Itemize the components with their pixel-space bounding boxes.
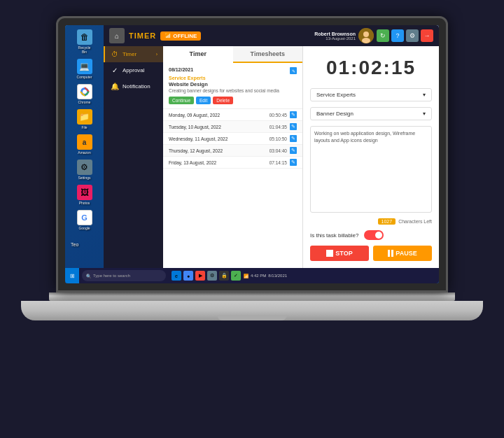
- stop-button[interactable]: STOP: [310, 246, 369, 261]
- taskbar-icon-app1[interactable]: ▶: [195, 271, 205, 281]
- desktop-icon-photos[interactable]: 🖼 Photos: [68, 183, 102, 206]
- offline-status-badge: 📶 OFFLINE: [160, 31, 201, 41]
- taskbar-tray: 📶 4:42 PM 8/13/2021: [244, 274, 290, 278]
- svg-point-1: [83, 90, 87, 94]
- chars-left-row: 1027 Characters Left: [310, 218, 432, 225]
- timer-display: 01:02:15: [310, 53, 432, 83]
- tray-date: 8/13/2021: [268, 274, 287, 278]
- app-header: ⌂ TIMER 📶 OFFLINE Robert Brownson 13-Aug…: [104, 25, 439, 46]
- tab-timesheets[interactable]: Timesheets: [233, 46, 303, 62]
- user-avatar: [358, 28, 374, 43]
- desktop-icon-amazon[interactable]: a Amazon: [68, 133, 102, 156]
- stop-label: STOP: [335, 250, 352, 257]
- logout-button[interactable]: →: [421, 29, 433, 42]
- row-edit-icon-0[interactable]: ✎: [290, 111, 297, 118]
- taskbar-icon-app3[interactable]: 🔒: [219, 271, 229, 281]
- nav-timer-label: Timer: [122, 51, 136, 57]
- laptop-container: 🗑 RecycleBin 💻 Computer: [14, 16, 490, 422]
- wifi-off-icon: 📶: [164, 33, 172, 39]
- timer-entry-client: Service Experts: [169, 76, 297, 80]
- toggle-knob: [375, 232, 382, 239]
- timer-entry-card: 08/12/2021 ✎ Service Experts Website Des…: [163, 63, 302, 109]
- tray-time: 4:42 PM: [251, 274, 266, 278]
- start-button[interactable]: ⊞: [65, 268, 79, 283]
- tray-network: 📶: [244, 274, 248, 278]
- chars-count-badge: 1027: [378, 218, 396, 225]
- notification-icon: 🔔: [111, 83, 119, 90]
- timer-icon: ⏱: [111, 50, 119, 58]
- desktop-icon-recycle[interactable]: 🗑 RecycleBin: [68, 28, 102, 55]
- taskbar-icon-app2[interactable]: ⚙: [207, 271, 217, 281]
- continue-button[interactable]: Continue: [169, 97, 194, 104]
- left-nav: ⏱ Timer › ✓ Approval 🔔 Notification: [104, 46, 163, 268]
- row-edit-icon-1[interactable]: ✎: [290, 123, 297, 130]
- teo-label: Teo: [71, 242, 78, 247]
- tabs: Timer Timesheets: [163, 46, 302, 63]
- refresh-button[interactable]: ↻: [377, 29, 389, 42]
- pause-button[interactable]: PAUSE: [373, 246, 432, 261]
- row-edit-icon-3[interactable]: ✎: [290, 147, 297, 154]
- svg-point-4: [362, 38, 370, 43]
- billable-label: Is this task billable?: [310, 232, 358, 239]
- desktop-icon-file[interactable]: 📁 File: [68, 108, 102, 131]
- table-row: Thursday, 12 August, 2022 03:04:40 ✎: [163, 145, 302, 157]
- delete-button[interactable]: Delete: [213, 97, 233, 104]
- task-dropdown-label: Banner Design: [316, 111, 354, 117]
- row-edit-icon-2[interactable]: ✎: [290, 135, 297, 142]
- timer-entry-actions: Continue Edit Delete: [169, 97, 297, 104]
- timer-detail-panel: 01:02:15 Service Experts ▾ Banner Design…: [303, 46, 439, 268]
- desktop-icon-google[interactable]: G Google: [68, 209, 102, 232]
- desktop-icon-chrome[interactable]: Chrome: [68, 83, 102, 106]
- client-dropdown-label: Service Experts: [316, 92, 356, 98]
- time-entries-list: Monday, 09 August, 2022 00:50:45 ✎ Tuesd…: [163, 109, 302, 268]
- header-right: Robert Brownson 13-August-2021: [314, 28, 433, 43]
- home-button[interactable]: ⌂: [109, 28, 125, 43]
- laptop-screen-inner: 🗑 RecycleBin 💻 Computer: [65, 25, 439, 283]
- app-window: ⌂ TIMER 📶 OFFLINE Robert Brownson 13-Aug…: [104, 25, 439, 268]
- timer-entry-desc: Creating banner designs for websites and…: [169, 88, 297, 94]
- app-body: ⏱ Timer › ✓ Approval 🔔 Notification: [104, 46, 439, 268]
- table-row: Tuesday, 10 August, 2022 01:04:35 ✎: [163, 121, 302, 133]
- settings-button[interactable]: ⚙: [406, 29, 419, 42]
- taskbar: ⊞ 🔍 Type here to search e ● ▶ ⚙ 🔒 ✓: [65, 268, 439, 283]
- desktop-icons: 🗑 RecycleBin 💻 Computer: [65, 25, 104, 268]
- edit-button[interactable]: Edit: [196, 97, 211, 104]
- table-row: Wednesday, 11 August, 2022 05:10:50 ✎: [163, 133, 302, 145]
- taskbar-search[interactable]: 🔍 Type here to search: [82, 270, 166, 281]
- help-button[interactable]: ?: [391, 29, 404, 42]
- nav-notification-label: Notification: [122, 83, 150, 90]
- timer-notes[interactable]: Working on web application design, Wiref…: [310, 126, 432, 213]
- timer-list-panel: Timer Timesheets 08/12/2021 ✎ Serv: [163, 46, 303, 268]
- search-placeholder: Type here to search: [93, 274, 130, 278]
- user-name: Robert Brownson: [314, 31, 356, 36]
- chars-label: Characters Left: [398, 219, 432, 224]
- timer-entry-date: 08/12/2021: [169, 67, 193, 74]
- table-row: Monday, 09 August, 2022 00:50:45 ✎: [163, 109, 302, 121]
- task-dropdown[interactable]: Banner Design ▾: [310, 107, 432, 120]
- taskbar-icons: e ● ▶ ⚙ 🔒 ✓: [169, 271, 244, 281]
- laptop-base: [21, 301, 483, 320]
- laptop-screen-outer: 🗑 RecycleBin 💻 Computer: [56, 16, 448, 292]
- client-dropdown[interactable]: Service Experts ▾: [310, 88, 432, 101]
- pause-label: PAUSE: [396, 250, 416, 257]
- svg-point-3: [363, 31, 369, 37]
- taskbar-icon-chrome[interactable]: ●: [183, 271, 193, 281]
- laptop-hinge: [49, 292, 455, 301]
- desktop-icon-settings2[interactable]: ⚙ Settings: [68, 158, 102, 181]
- taskbar-icon-app4[interactable]: ✓: [231, 271, 241, 281]
- nav-item-approval[interactable]: ✓ Approval: [104, 62, 163, 78]
- header-actions: ↻ ? ⚙ →: [377, 29, 433, 42]
- row-edit-icon-4[interactable]: ✎: [290, 159, 297, 166]
- taskbar-icon-edge[interactable]: e: [172, 271, 181, 281]
- tab-timer[interactable]: Timer: [163, 46, 233, 63]
- billable-toggle[interactable]: [364, 230, 384, 240]
- approval-icon: ✓: [111, 66, 119, 74]
- nav-approval-label: Approval: [122, 67, 145, 73]
- nav-item-notification[interactable]: 🔔 Notification: [104, 78, 163, 94]
- nav-item-timer[interactable]: ⏱ Timer ›: [104, 46, 163, 62]
- timer-entry-task: Website Design: [169, 81, 297, 87]
- user-date: 13-August-2021: [314, 36, 356, 41]
- client-dropdown-arrow: ▾: [423, 92, 426, 98]
- desktop-icon-computer[interactable]: 💻 Computer: [68, 57, 102, 80]
- task-dropdown-arrow: ▾: [423, 111, 426, 117]
